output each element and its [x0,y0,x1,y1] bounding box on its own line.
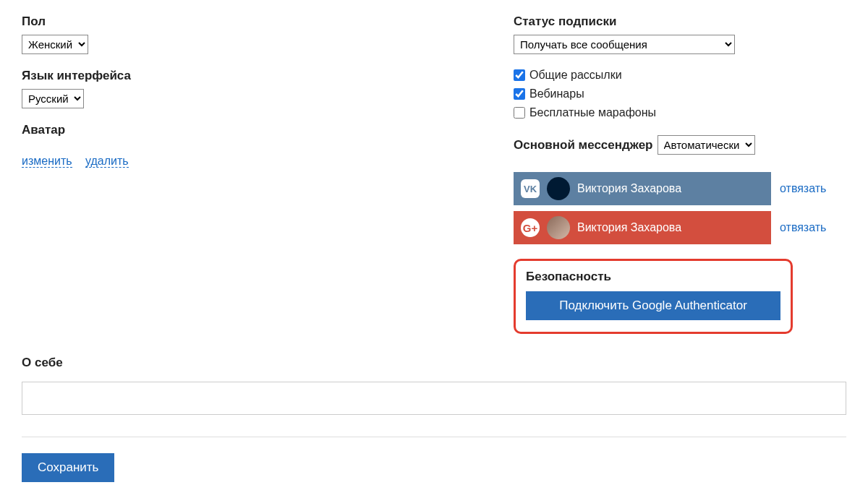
social-vk-unlink[interactable]: отвязать [780,182,826,195]
vk-icon: VK [521,179,540,198]
social-google-unlink[interactable]: отвязать [780,221,826,234]
social-vk-card: VK Виктория Захарова [514,172,771,205]
avatar-delete-link[interactable]: удалить [85,155,129,168]
gender-select[interactable]: Женский [22,35,88,54]
subscription-status-select[interactable]: Получать все сообщения [514,35,735,54]
language-select[interactable]: Русский [22,89,84,108]
messenger-select[interactable]: Автоматически [658,135,755,155]
gender-label: Пол [22,14,485,29]
avatar [547,216,570,239]
avatar-change-link[interactable]: изменить [22,155,72,168]
mailing-general-checkbox[interactable] [514,69,525,81]
security-section: Безопасность Подключить Google Authentic… [514,259,793,334]
divider [22,437,846,437]
save-button[interactable]: Сохранить [22,453,114,482]
mailing-marathons-checkbox[interactable] [514,107,525,119]
mailing-webinars-checkbox[interactable] [514,88,525,100]
about-input[interactable] [22,382,846,415]
subscription-status-label: Статус подписки [514,14,846,29]
security-label: Безопасность [526,270,780,284]
about-label: О себе [22,356,846,370]
social-vk-name: Виктория Захарова [577,182,681,195]
google-plus-icon: G+ [521,218,540,237]
mailing-marathons-label: Бесплатные марафоны [529,106,656,119]
language-label: Язык интерфейса [22,69,485,83]
avatar-label: Аватар [22,123,485,137]
mailing-general-label: Общие рассылки [529,69,622,82]
messenger-label: Основной мессенджер [514,138,653,153]
connect-authenticator-button[interactable]: Подключить Google Authenticator [526,291,780,320]
mailing-webinars-label: Вебинары [529,87,584,100]
social-google-name: Виктория Захарова [577,221,681,234]
avatar [547,177,570,200]
social-google-card: G+ Виктория Захарова [514,211,771,244]
